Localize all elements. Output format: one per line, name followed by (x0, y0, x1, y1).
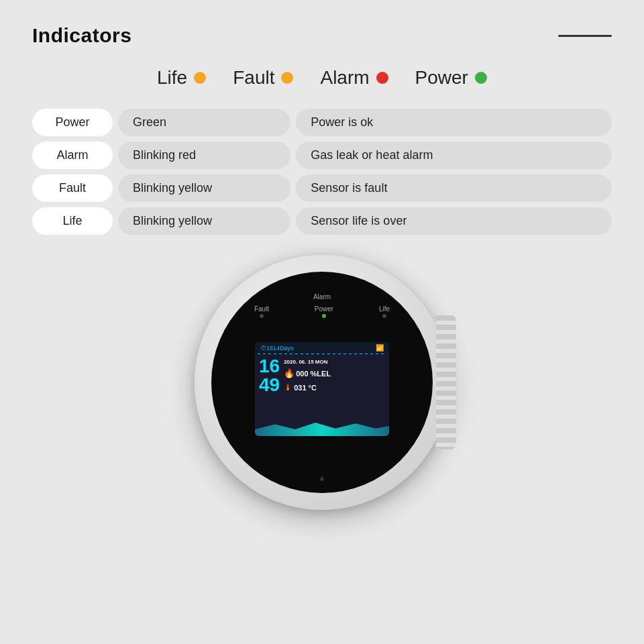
table-row: Alarm Blinking red Gas leak or heat alar… (32, 142, 612, 169)
screen-wave (255, 419, 389, 436)
indicator-fault: Fault (233, 67, 293, 89)
cell-life-color: Blinking yellow (118, 207, 290, 235)
table-row: Life Blinking yellow Sensor life is over (32, 207, 612, 235)
cell-alarm-color: Blinking red (118, 142, 290, 169)
device-inner: Alarm Fault Power Life (211, 272, 433, 493)
cell-power-label: Power (32, 109, 113, 136)
cell-alarm-label: Alarm (32, 142, 113, 169)
screen-gas: 🔥 000 %LEL (284, 368, 385, 378)
screen-hour: 16 (259, 357, 280, 376)
screen-days: ⏱1814Days (260, 345, 294, 352)
screen-gas-value: 000 %LEL (296, 370, 331, 378)
device-life-text: Life (379, 305, 390, 313)
screen-wifi-icon: 📶 (376, 344, 384, 352)
cell-fault-label: Fault (32, 174, 113, 202)
power-dot (475, 72, 487, 84)
device-power-dot (322, 314, 326, 318)
indicator-life: Life (157, 67, 206, 89)
screen-minute: 49 (259, 376, 280, 394)
indicators-row: Life Fault Alarm Power (0, 60, 644, 109)
life-dot (194, 72, 206, 84)
device-life-dot (382, 314, 386, 318)
screen-time: 16 49 (259, 357, 280, 394)
cell-power-desc: Power is ok (296, 109, 612, 136)
table-section: Power Green Power is ok Alarm Blinking r… (0, 109, 644, 235)
indicator-power: Power (415, 67, 487, 89)
flame-icon: 🔥 (284, 368, 294, 378)
indicator-alarm-label: Alarm (320, 67, 369, 89)
cell-life-label: Life (32, 207, 113, 235)
alarm-dot (376, 72, 388, 84)
table-row: Power Green Power is ok (32, 109, 612, 136)
screen-right: 2020. 06. 15 MON 🔥 000 %LEL 🌡 031 °C (284, 357, 385, 394)
device-section: Alarm Fault Power Life (0, 255, 644, 510)
screen-temp-value: 031 °C (294, 384, 317, 392)
cell-power-color: Green (118, 109, 290, 136)
device-fault-text: Fault (254, 305, 269, 313)
device-fault-indicator: Fault (254, 305, 269, 318)
device-labels-row: Fault Power Life (211, 305, 433, 318)
device-outer: Alarm Fault Power Life (195, 255, 449, 510)
indicator-power-label: Power (415, 67, 468, 89)
cell-fault-color: Blinking yellow (118, 174, 290, 202)
screen-main: 16 49 2020. 06. 15 MON 🔥 000 %LEL 🌡 (255, 354, 389, 397)
table-row: Fault Blinking yellow Sensor is fault (32, 174, 612, 202)
device-fault-dot (260, 314, 264, 318)
device-power-indicator: Power (315, 305, 333, 318)
fault-dot (281, 72, 293, 84)
temp-icon: 🌡 (284, 382, 292, 392)
screen-temp: 🌡 031 °C (284, 382, 385, 392)
cell-life-desc: Sensor life is over (296, 207, 612, 235)
cell-alarm-desc: Gas leak or heat alarm (296, 142, 612, 169)
screen-date: 2020. 06. 15 MON (284, 359, 385, 365)
device-screen: ⏱1814Days 📶 16 49 2020. 06. 15 MON 🔥 (255, 342, 389, 436)
header-line (558, 35, 612, 37)
device-bottom-dot (320, 477, 324, 481)
page-container: Indicators Life Fault Alarm Power Power … (0, 0, 644, 644)
indicator-fault-label: Fault (233, 67, 274, 89)
indicator-life-label: Life (157, 67, 187, 89)
cell-fault-desc: Sensor is fault (296, 174, 612, 202)
screen-top-bar: ⏱1814Days 📶 (255, 342, 389, 354)
device-power-text: Power (315, 305, 333, 313)
indicator-alarm: Alarm (320, 67, 388, 89)
device-alarm-label: Alarm (313, 293, 331, 301)
header: Indicators (0, 0, 644, 60)
device-life-indicator: Life (379, 305, 390, 318)
page-title: Indicators (32, 24, 131, 47)
